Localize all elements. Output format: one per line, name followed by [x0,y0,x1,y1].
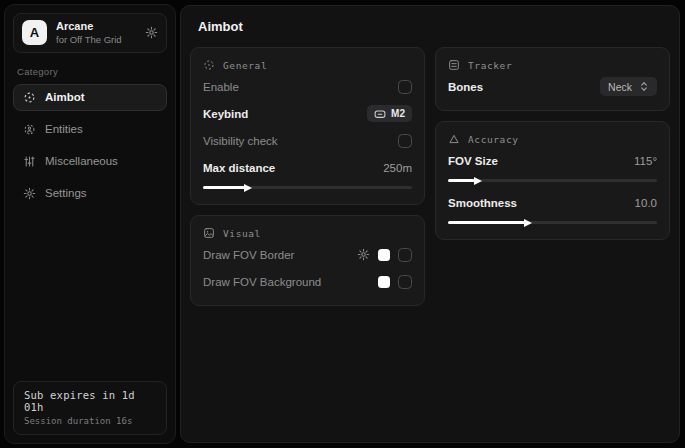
sidebar-item-aimbot[interactable]: Aimbot [13,84,167,111]
fov-size-slider[interactable] [448,179,657,182]
card-header-label: Accuracy [468,134,519,145]
slider-fill [203,186,245,189]
draw-fov-border-controls [357,248,412,262]
general-card-header: General [203,59,412,71]
card-header-label: Tracker [468,60,512,71]
app-subtitle: for Off The Grid [56,34,136,46]
slider-fill [448,179,475,182]
crosshair-icon [203,59,215,71]
smoothness-row: Smoothness 10.0 [448,191,657,214]
visibility-check-label: Visibility check [203,135,278,147]
gear-icon [23,187,36,200]
crosshair-icon [23,91,36,104]
cards-area: General Enable Keybind [181,45,679,308]
fov-border-checkbox[interactable] [398,248,412,262]
keybind-row: Keybind M2 [203,102,412,125]
visibility-check-row: Visibility check [203,129,412,152]
gear-icon[interactable] [145,26,158,39]
max-distance-slider[interactable] [203,186,412,189]
sidebar-item-label: Settings [45,187,87,199]
draw-fov-border-label: Draw FOV Border [203,249,294,261]
keybind-button[interactable]: M2 [367,105,412,122]
right-column: Tracker Bones Neck [435,47,670,240]
sidebar-item-label: Aimbot [45,91,85,103]
main-panel: Aimbot General Enable [180,5,680,443]
accuracy-card: Accuracy FOV Size 115° Smoothness 10.0 [435,121,670,240]
session-duration-text: Session duration 16s [24,416,156,426]
draw-fov-background-label: Draw FOV Background [203,276,321,288]
keybind-label: Keybind [203,108,248,120]
unfold-icon [639,81,649,92]
app-logo: A [22,20,47,45]
sidebar-item-miscellaneous[interactable]: Miscellaneous [13,148,167,175]
sidebar-item-entities[interactable]: Entities [13,116,167,143]
fov-size-value: 115° [634,155,657,167]
sidebar-item-settings[interactable]: Settings [13,180,167,207]
draw-fov-background-row: Draw FOV Background [203,270,412,293]
app-title: Arcane [56,20,136,34]
mouse-icon [374,109,386,119]
bones-row: Bones Neck [448,75,657,98]
sliders-icon [23,155,36,168]
app-header[interactable]: A Arcane for Off The Grid [13,13,167,53]
sidebar: A Arcane for Off The Grid Category Aimbo… [4,4,176,444]
left-column: General Enable Keybind [190,47,425,306]
max-distance-row: Max distance 250m [203,156,412,179]
app-names: Arcane for Off The Grid [56,20,136,46]
visual-card-header: Visual [203,227,412,239]
sidebar-item-label: Miscellaneous [45,155,118,167]
tracker-card-header: Tracker [448,59,657,71]
gear-icon[interactable] [357,248,370,261]
max-distance-label: Max distance [203,162,275,174]
visibility-checkbox[interactable] [398,134,412,148]
bones-select[interactable]: Neck [600,77,657,96]
image-icon [203,227,215,239]
accuracy-card-header: Accuracy [448,133,657,145]
sub-expires-text: Sub expires in 1d 01h [24,389,156,413]
entities-scan-icon [23,123,36,136]
category-label: Category [17,66,163,77]
sidebar-item-label: Entities [45,123,83,135]
bones-selected-value: Neck [608,81,632,93]
bones-label: Bones [448,81,483,93]
slider-fill [448,221,525,224]
visual-card: Visual Draw FOV Border [190,215,425,306]
slider-thumb[interactable] [474,177,482,185]
smoothness-value: 10.0 [635,197,657,209]
fov-border-color-swatch[interactable] [378,249,390,261]
general-card: General Enable Keybind [190,47,425,205]
slider-thumb[interactable] [524,219,532,227]
card-header-label: General [223,60,267,71]
card-header-label: Visual [223,228,261,239]
smoothness-slider[interactable] [448,221,657,224]
draw-fov-background-controls [378,275,412,289]
fov-size-row: FOV Size 115° [448,149,657,172]
fov-background-checkbox[interactable] [398,275,412,289]
list-box-icon [448,59,460,71]
keybind-value: M2 [391,108,405,119]
enable-row: Enable [203,75,412,98]
draw-fov-border-row: Draw FOV Border [203,243,412,266]
tracker-card: Tracker Bones Neck [435,47,670,111]
max-distance-value: 250m [383,162,412,174]
triangle-icon [448,133,460,145]
slider-thumb[interactable] [244,184,252,192]
fov-background-color-swatch[interactable] [378,276,390,288]
enable-label: Enable [203,81,239,93]
subscription-info: Sub expires in 1d 01h Session duration 1… [13,381,167,435]
page-title: Aimbot [181,6,679,45]
fov-size-label: FOV Size [448,155,498,167]
enable-checkbox[interactable] [398,80,412,94]
smoothness-label: Smoothness [448,197,517,209]
